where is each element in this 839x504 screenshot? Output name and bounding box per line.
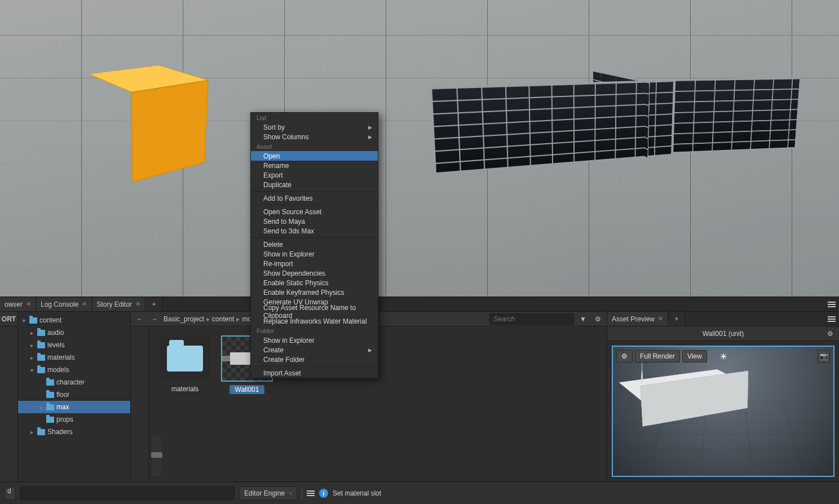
context-menu-item[interactable]: Rename <box>251 161 378 170</box>
close-icon[interactable]: ✕ <box>82 300 87 308</box>
folder-icon <box>46 379 54 386</box>
context-menu-item[interactable]: Copy Asset Resource Name to Clipboard <box>251 307 378 316</box>
thumbnail-zoom-slider[interactable] <box>152 436 161 476</box>
tree-item-floor[interactable]: floor <box>18 388 130 401</box>
search-input[interactable] <box>489 313 574 325</box>
context-menu-item[interactable]: Re-import <box>251 259 378 268</box>
camera-icon[interactable]: 📷 <box>818 350 830 362</box>
tree-item-max[interactable]: ▸max <box>18 401 130 413</box>
context-menu-item[interactable]: Sort by▶ <box>251 122 378 132</box>
chevron-right-icon: ▶ <box>368 125 372 130</box>
context-menu-item[interactable]: Show Columns▶ <box>251 132 378 142</box>
statusbar-left-stub[interactable]: d <box>5 487 16 500</box>
close-icon[interactable]: ✕ <box>26 300 31 308</box>
context-menu-item[interactable]: Delete <box>251 240 378 249</box>
context-menu-item[interactable]: Send to 3ds Max <box>251 226 378 236</box>
asset-preview-panel: Asset Preview ✕ ＋ Wall001 (unit) ⚙ ⚙ Ful… <box>607 312 839 481</box>
tree-item-levels[interactable]: ▸levels <box>18 339 130 351</box>
context-menu-item-label: Open <box>263 152 280 160</box>
tree-item-content[interactable]: ▾content <box>18 314 130 326</box>
import-button[interactable]: ORT <box>0 312 17 326</box>
settings-icon[interactable]: ⚙ <box>592 313 603 325</box>
tree-label: audio <box>47 329 64 337</box>
context-menu-item[interactable]: Create Folder <box>251 355 378 364</box>
asset-materials-folder[interactable]: materials <box>159 337 211 393</box>
breadcrumb-part[interactable]: content <box>212 315 234 323</box>
folder-icon <box>46 392 54 398</box>
close-icon[interactable]: ✕ <box>658 315 663 322</box>
tree-item-character[interactable]: character <box>18 376 130 388</box>
tree-label: floor <box>56 391 69 399</box>
preview-settings-button[interactable]: ⚙ <box>616 350 633 362</box>
context-menu-item-label: Import Asset <box>263 369 301 377</box>
tree-item-shaders[interactable]: ▸Shaders <box>18 426 130 438</box>
filter-icon[interactable]: ▼ <box>577 313 589 325</box>
add-tab-button[interactable]: ＋ <box>668 312 685 326</box>
context-menu-item[interactable]: Open Source Asset <box>251 207 378 216</box>
context-menu-item[interactable]: Show in Explorer <box>251 335 378 345</box>
breadcrumb-part[interactable]: Basic_project <box>164 315 204 323</box>
view-button[interactable]: View <box>682 350 707 362</box>
context-menu-item[interactable]: Enable Keyframed Physics <box>251 288 378 297</box>
tree-item-props[interactable]: props <box>18 413 130 426</box>
gear-icon[interactable]: ⚙ <box>824 328 836 339</box>
context-menu-item[interactable]: Show in Explorer <box>251 249 378 259</box>
folder-icon <box>37 367 45 373</box>
preview-mesh <box>639 373 808 463</box>
context-menu-item[interactable]: Open <box>251 151 378 161</box>
engine-dropdown[interactable]: Editor Engine ▿ <box>239 487 297 500</box>
nav-forward-button[interactable]: → <box>149 313 160 325</box>
folder-icon <box>37 429 45 435</box>
folder-view-icon[interactable] <box>135 331 145 340</box>
preview-viewport[interactable]: ⚙ Full Render View ☀ 📷 <box>612 346 834 477</box>
context-menu-section-header: Asset <box>251 142 378 151</box>
scene-wall <box>436 83 730 252</box>
folder-icon <box>46 404 54 410</box>
add-tab-button[interactable]: ＋ <box>145 297 162 311</box>
folder-icon <box>37 330 45 336</box>
import-column: ORT <box>0 312 18 481</box>
tab-asset-browser[interactable]: owser ✕ <box>0 297 36 311</box>
tab-label: Log Console <box>41 300 78 308</box>
tree-label: character <box>56 378 85 386</box>
button-label: Full Render <box>640 352 675 360</box>
breadcrumb[interactable]: Basic_project▸ content▸ model <box>164 315 260 323</box>
preview-tabstrip-menu-icon[interactable] <box>824 312 839 326</box>
close-icon[interactable]: ✕ <box>135 300 140 308</box>
nav-back-button[interactable]: ← <box>134 313 145 325</box>
context-menu-item-label: Send to 3ds Max <box>263 227 314 235</box>
tree-label: max <box>56 403 69 411</box>
viewport-3d[interactable] <box>0 0 839 297</box>
context-menu[interactable]: ListSort by▶Show Columns▶AssetOpenRename… <box>250 112 378 378</box>
tab-story-editor[interactable]: Story Editor ✕ <box>92 297 145 311</box>
context-menu-item[interactable]: Enable Static Physics <box>251 278 378 288</box>
sun-icon[interactable]: ☀ <box>719 351 727 362</box>
dropdown-label: Editor Engine <box>244 489 285 497</box>
context-menu-item[interactable]: Export <box>251 170 378 180</box>
folder-icon <box>37 355 45 361</box>
context-menu-item[interactable]: Duplicate <box>251 180 378 189</box>
context-menu-item[interactable]: Import Asset <box>251 368 378 378</box>
asset-label: materials <box>171 385 199 393</box>
tab-log-console[interactable]: Log Console ✕ <box>36 297 92 311</box>
lower-tabstrip-menu-icon[interactable] <box>824 297 839 311</box>
tree-item-models[interactable]: ▾models <box>18 364 130 376</box>
new-folder-icon[interactable] <box>135 344 145 353</box>
asset-label: Wall001 <box>229 385 265 394</box>
full-render-button[interactable]: Full Render <box>635 350 680 362</box>
tab-asset-preview[interactable]: Asset Preview ✕ <box>607 312 668 326</box>
preview-tabstrip: Asset Preview ✕ ＋ <box>607 312 839 326</box>
context-menu-section-header: List <box>251 113 378 122</box>
tree-label: models <box>47 366 69 374</box>
context-menu-item[interactable]: Send to Maya <box>251 216 378 226</box>
tree-item-materials[interactable]: ▸materials <box>18 351 130 364</box>
info-icon: i <box>319 489 328 498</box>
folder-tree[interactable]: ▾content ▸audio ▸levels ▸materials ▾mode… <box>18 312 131 481</box>
tree-item-audio[interactable]: ▸audio <box>18 326 130 339</box>
context-menu-section-header: Folder <box>251 326 378 335</box>
context-menu-item[interactable]: Add to Favorites <box>251 193 378 203</box>
context-menu-item[interactable]: Create▶ <box>251 345 378 355</box>
context-menu-item[interactable]: Show Dependencies <box>251 268 378 278</box>
statusbar-menu-icon[interactable] <box>307 490 315 496</box>
context-menu-item[interactable]: Replace Infraworks Water Material <box>251 316 378 326</box>
